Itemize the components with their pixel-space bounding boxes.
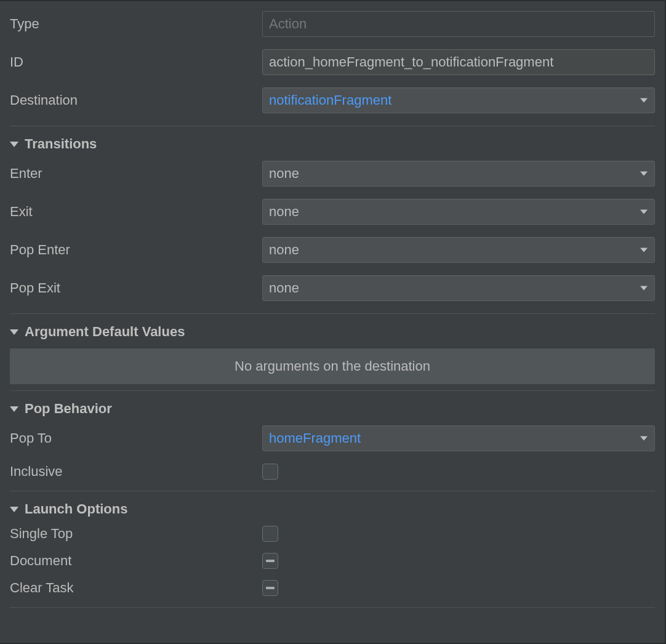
id-label: ID (10, 54, 262, 70)
clear-task-label: Clear Task (10, 580, 262, 596)
pop-enter-label: Pop Enter (10, 242, 262, 258)
dash-icon (266, 587, 275, 589)
triangle-down-icon (10, 142, 18, 147)
type-field (262, 11, 655, 37)
enter-row: Enter none (10, 161, 655, 187)
chevron-down-icon (640, 437, 648, 441)
dash-icon (266, 560, 275, 562)
destination-label: Destination (10, 92, 262, 108)
id-field[interactable] (262, 49, 655, 75)
destination-select[interactable]: notificationFragment (262, 87, 655, 113)
single-top-checkbox[interactable] (262, 526, 278, 542)
divider (10, 390, 655, 391)
document-label: Document (10, 553, 262, 569)
exit-value: none (269, 204, 299, 220)
launch-options-section-header[interactable]: Launch Options (10, 501, 655, 517)
divider (10, 126, 655, 126)
clear-task-checkbox[interactable] (262, 580, 278, 596)
single-top-row: Single Top (10, 526, 655, 542)
argument-defaults-empty: No arguments on the destination (10, 348, 655, 384)
pop-enter-select[interactable]: none (262, 237, 655, 263)
triangle-down-icon (10, 507, 18, 512)
exit-row: Exit none (10, 199, 655, 225)
enter-value: none (269, 166, 299, 182)
pop-to-select[interactable]: homeFragment (262, 425, 655, 451)
pop-to-label: Pop To (10, 430, 262, 446)
argument-defaults-section-header[interactable]: Argument Default Values (10, 324, 655, 340)
document-row: Document (10, 553, 655, 569)
chevron-down-icon (640, 99, 648, 103)
type-row: Type (10, 11, 655, 37)
attributes-panel: Type ID Destination notificationFragment… (0, 1, 665, 608)
pop-to-value: homeFragment (269, 430, 361, 446)
destination-row: Destination notificationFragment (10, 87, 655, 113)
divider (10, 491, 655, 491)
enter-select[interactable]: none (262, 161, 655, 187)
inclusive-checkbox[interactable] (262, 464, 278, 480)
pop-to-row: Pop To homeFragment (10, 425, 655, 451)
exit-label: Exit (10, 204, 262, 220)
divider (10, 607, 655, 608)
transitions-section-header[interactable]: Transitions (10, 136, 655, 152)
inclusive-row: Inclusive (10, 464, 655, 480)
document-checkbox[interactable] (262, 553, 278, 569)
pop-behavior-section-header[interactable]: Pop Behavior (10, 401, 655, 417)
pop-exit-value: none (269, 280, 299, 296)
launch-options-title: Launch Options (25, 501, 127, 517)
argument-defaults-title: Argument Default Values (25, 324, 185, 340)
triangle-down-icon (10, 406, 18, 412)
transitions-title: Transitions (25, 136, 97, 152)
destination-value: notificationFragment (269, 92, 391, 108)
chevron-down-icon (640, 248, 648, 252)
pop-enter-value: none (269, 242, 299, 258)
pop-exit-select[interactable]: none (262, 275, 655, 301)
single-top-label: Single Top (10, 526, 262, 542)
id-row: ID (10, 49, 655, 75)
exit-select[interactable]: none (262, 199, 655, 225)
pop-enter-row: Pop Enter none (10, 237, 655, 263)
pop-exit-label: Pop Exit (10, 280, 262, 296)
enter-label: Enter (10, 166, 262, 182)
pop-behavior-title: Pop Behavior (25, 401, 112, 417)
chevron-down-icon (640, 286, 648, 291)
divider (10, 313, 655, 314)
chevron-down-icon (640, 172, 648, 176)
inclusive-label: Inclusive (10, 464, 262, 480)
type-label: Type (10, 16, 262, 32)
clear-task-row: Clear Task (10, 580, 655, 596)
triangle-down-icon (10, 329, 18, 335)
chevron-down-icon (640, 210, 648, 214)
pop-exit-row: Pop Exit none (10, 275, 655, 301)
